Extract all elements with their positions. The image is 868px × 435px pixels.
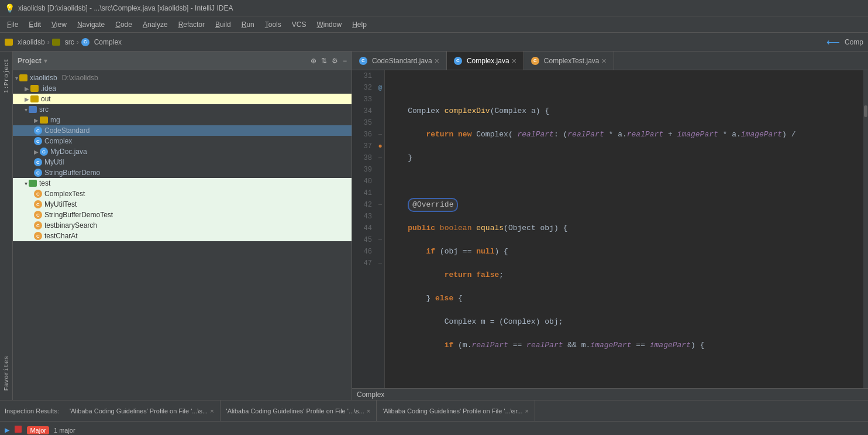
- breadcrumb-sep-1: ›: [47, 38, 50, 46]
- tree-testbinarysearch[interactable]: C testbinarySearch: [13, 220, 352, 231]
- gutter-scroll-45: ─: [376, 234, 385, 246]
- tab-bar: C CodeStandard.java × C Complex.java × C…: [352, 52, 868, 70]
- tree-myutiltest[interactable]: C MyUtilTest: [13, 199, 352, 210]
- myutil-icon: C: [34, 158, 42, 166]
- tree-codestandard[interactable]: C CodeStandard: [13, 125, 352, 136]
- tree-src[interactable]: ▾ src: [13, 104, 352, 115]
- myutil-label: MyUtil: [44, 158, 64, 166]
- breadcrumb-project-label: xiaolidsb: [18, 38, 45, 46]
- folder-icon: [5, 39, 13, 46]
- testbinarysearch-label: testbinarySearch: [44, 221, 97, 230]
- code-line-44: return true;: [390, 386, 859, 388]
- out-label: out: [41, 95, 51, 103]
- menu-vcs[interactable]: VCS: [287, 19, 311, 30]
- inspection-tab-1-close[interactable]: ×: [210, 407, 213, 415]
- tab-complex-icon: C: [454, 57, 462, 65]
- inspection-tab-1-label: 'Alibaba Coding Guidelines' Profile on F…: [70, 407, 208, 415]
- scroll-thumb[interactable]: [864, 105, 867, 117]
- project-dropdown-icon[interactable]: ▾: [44, 57, 47, 65]
- minimize-icon[interactable]: −: [343, 57, 347, 65]
- expand-arrow: ▾: [25, 180, 27, 187]
- codestandard-label: CodeStandard: [44, 126, 89, 135]
- tab-complex[interactable]: C Complex.java ×: [447, 52, 524, 70]
- tab-complextest-label: ComplexTest.java: [544, 57, 600, 65]
- complextest-icon: C: [34, 190, 42, 198]
- navigate-back-icon[interactable]: ⟵: [826, 36, 840, 47]
- root-path: D:\xiaolidsb: [62, 74, 98, 82]
- root-label: xiaolidsb: [30, 74, 57, 82]
- gutter-scroll-42: ─: [376, 199, 385, 211]
- code-line-34: }: [390, 152, 859, 164]
- menu-edit[interactable]: Edit: [24, 19, 46, 30]
- menu-refactor[interactable]: Refactor: [174, 19, 209, 30]
- tree-complex[interactable]: C Complex: [13, 136, 352, 146]
- tab-codestandard-close[interactable]: ×: [435, 56, 439, 66]
- idea-label: .idea: [41, 84, 56, 93]
- tree-stringbufferdemo[interactable]: C StringBufferDemo: [13, 167, 352, 178]
- play-button[interactable]: ▶: [5, 425, 9, 435]
- left-sidebar-tabs: 1:Project Favorites: [0, 52, 13, 400]
- inspection-tab-3[interactable]: 'Alibaba Coding Guidelines' Profile on F…: [377, 400, 535, 421]
- menu-window[interactable]: Window: [312, 19, 346, 30]
- tree-testcharat[interactable]: C testCharAt: [13, 231, 352, 241]
- breadcrumb-complex[interactable]: C Complex: [81, 38, 122, 46]
- root-folder-icon: [19, 74, 27, 81]
- tree-mg[interactable]: ▶ mg: [13, 115, 352, 125]
- code-line-40: } else {: [390, 293, 859, 304]
- inspection-panel: Inspection Results: 'Alibaba Coding Guid…: [0, 400, 868, 421]
- inspection-tab-2-label: 'Alibaba Coding Guidelines' Profile on F…: [226, 407, 364, 415]
- tab-complextest-icon: C: [531, 57, 539, 65]
- gutter-scroll-38: ─: [376, 152, 385, 164]
- tree-root[interactable]: ▾ xiaolidsb D:\xiaolidsb: [13, 73, 352, 83]
- complex-label: Complex: [44, 137, 72, 145]
- tree-myutil[interactable]: C MyUtil: [13, 157, 352, 167]
- stringbufferdemotest-label: StringBufferDemoTest: [44, 211, 113, 219]
- breadcrumb-project[interactable]: xiaolidsb: [5, 38, 45, 46]
- myutiltest-icon: C: [34, 200, 42, 208]
- minimap-scrollbar[interactable]: [863, 70, 868, 388]
- inspection-tab-2[interactable]: 'Alibaba Coding Guidelines' Profile on F…: [221, 400, 377, 421]
- mydoc-icon: C: [40, 148, 48, 156]
- tree-test[interactable]: ▾ test: [13, 178, 352, 189]
- gutter-scroll-36: ─: [376, 129, 385, 141]
- tab-codestandard-label: CodeStandard.java: [372, 57, 432, 65]
- menu-code[interactable]: Code: [111, 19, 137, 30]
- menu-tools[interactable]: Tools: [260, 19, 286, 30]
- inspection-tab-2-close[interactable]: ×: [367, 407, 370, 415]
- settings-icon[interactable]: ⚙: [332, 57, 338, 65]
- menu-analyze[interactable]: Analyze: [138, 19, 173, 30]
- gutter-arrow-37: ●: [376, 141, 385, 152]
- tree-out[interactable]: ▶ out: [13, 94, 352, 104]
- tree-idea[interactable]: ▶ .idea: [13, 83, 352, 94]
- menu-view[interactable]: View: [47, 19, 71, 30]
- tab-codestandard[interactable]: C CodeStandard.java ×: [352, 52, 447, 70]
- out-folder-icon: [30, 95, 39, 102]
- code-editor[interactable]: 31 32 33 34 35 36 37 38 39 40 41 42 43 4…: [352, 70, 868, 388]
- main-layout: 1:Project Favorites Project ▾ ⊕ ⇅ ⚙ − ▾ …: [0, 52, 868, 400]
- tab-complextest-close[interactable]: ×: [602, 56, 607, 66]
- menu-run[interactable]: Run: [237, 19, 259, 30]
- sidebar-tab-project[interactable]: 1:Project: [1, 54, 12, 98]
- sidebar-tab-favorites[interactable]: Favorites: [1, 351, 12, 395]
- menu-file[interactable]: File: [2, 19, 23, 30]
- tree-mydoc[interactable]: ▶ C MyDoc.java: [13, 146, 352, 157]
- breadcrumb-src[interactable]: src: [52, 38, 74, 46]
- code-scroll[interactable]: Complex complexDiv(Complex a) { return n…: [385, 70, 863, 388]
- scope-icon[interactable]: ⊕: [311, 57, 316, 65]
- tab-complextest[interactable]: C ComplexTest.java ×: [524, 52, 614, 70]
- inspection-tab-1[interactable]: 'Alibaba Coding Guidelines' Profile on F…: [64, 400, 221, 421]
- stop-button[interactable]: [14, 425, 22, 436]
- equalizer-icon[interactable]: ⇅: [321, 57, 327, 65]
- code-line-43: [390, 363, 859, 375]
- inspection-label: Inspection Results:: [0, 407, 64, 415]
- menu-navigate[interactable]: Navigate: [73, 19, 109, 30]
- inspection-tab-3-close[interactable]: ×: [525, 407, 528, 415]
- project-panel: Project ▾ ⊕ ⇅ ⚙ − ▾ xiaolidsb D:\xiaolid…: [13, 52, 352, 400]
- tree-complextest[interactable]: C ComplexTest: [13, 189, 352, 199]
- test-folder-icon: [29, 180, 37, 187]
- tree-stringbufferdemotest[interactable]: C StringBufferDemoTest: [13, 210, 352, 220]
- menu-build[interactable]: Build: [211, 19, 236, 30]
- menu-help[interactable]: Help: [347, 19, 371, 30]
- myutiltest-label: MyUtilTest: [44, 200, 77, 208]
- tab-complex-close[interactable]: ×: [512, 56, 516, 66]
